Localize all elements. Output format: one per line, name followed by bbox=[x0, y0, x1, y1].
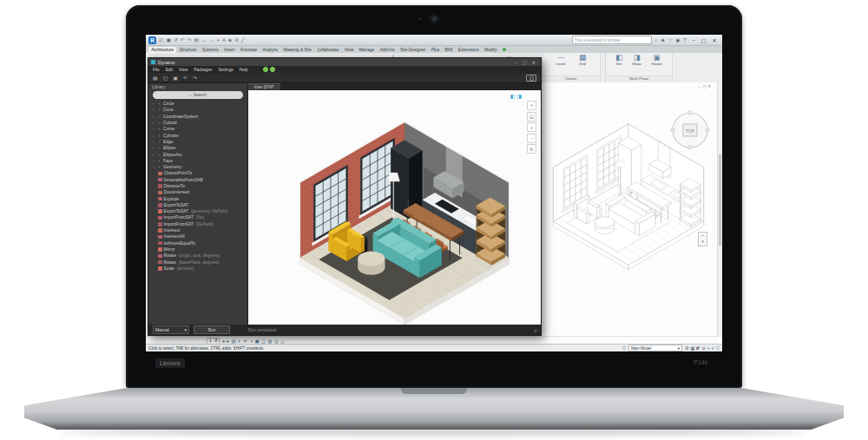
library-node-intersect[interactable]: Intersect bbox=[148, 227, 247, 233]
open-icon[interactable]: ◰ bbox=[163, 75, 168, 81]
library-category-cone[interactable]: ›+Cone bbox=[148, 107, 247, 113]
tab-extensions[interactable]: Extensions bbox=[455, 47, 481, 53]
library-search-input[interactable]: ⌕ Search bbox=[153, 91, 243, 99]
dynamo-green-dot[interactable] bbox=[263, 67, 269, 73]
show-button[interactable]: ◨Show bbox=[632, 54, 641, 66]
temporary-hide-icon[interactable]: ◍ bbox=[268, 338, 273, 344]
section-icon[interactable]: ⊘ bbox=[233, 37, 240, 43]
library-node-intersectall[interactable]: IntersectAll bbox=[148, 233, 247, 240]
library-node-scale[interactable]: Scale(amount) bbox=[148, 266, 247, 272]
set-button[interactable]: ◧Set bbox=[615, 54, 622, 66]
open-icon[interactable]: ◰ bbox=[158, 37, 164, 43]
dimension-icon[interactable]: ↔ bbox=[208, 37, 215, 43]
library-category-cylinder[interactable]: ›+Cylinder bbox=[148, 132, 247, 138]
undo-icon[interactable]: ↶ bbox=[183, 75, 187, 81]
new-icon[interactable]: ▤ bbox=[153, 75, 158, 81]
menu-file[interactable]: File bbox=[153, 68, 160, 72]
measure-icon[interactable]: ↔ bbox=[201, 37, 207, 43]
search-input[interactable]: Type a keyword or phrase bbox=[572, 36, 652, 44]
redo-icon[interactable]: ↷ bbox=[187, 37, 193, 43]
dynamo-canvas[interactable]: ◧◨ ⌖◱+−↻ bbox=[248, 90, 541, 325]
maximize-icon[interactable]: ▢ bbox=[698, 37, 709, 43]
background-icon[interactable]: ◐ bbox=[712, 345, 714, 351]
grid-button[interactable]: ▦Grid bbox=[579, 54, 586, 66]
shadows-icon[interactable]: ◑ bbox=[250, 338, 253, 344]
print-icon[interactable]: ▤ bbox=[194, 37, 200, 43]
library-node-rotate[interactable]: Rotate(origin, axis, degrees) bbox=[148, 253, 247, 259]
minimize-icon[interactable]: – bbox=[699, 84, 700, 89]
3d-view-icon[interactable]: ◈ bbox=[227, 37, 233, 43]
filter-icon[interactable]: ▽ bbox=[622, 345, 626, 351]
library-node-distanceto[interactable]: DistanceTo bbox=[148, 183, 247, 189]
library-category-edge[interactable]: ›+Edge bbox=[148, 139, 247, 145]
library-category-face[interactable]: ›+Face bbox=[148, 158, 247, 164]
undo-icon[interactable]: ↶ bbox=[180, 37, 186, 43]
library-node-mirror[interactable]: Mirror bbox=[148, 246, 247, 253]
graph-view-icon[interactable]: ◨ bbox=[516, 93, 522, 99]
tab-add-ins[interactable]: Add-Ins bbox=[378, 47, 398, 53]
geometry-view-icon[interactable]: ◧ bbox=[510, 93, 516, 99]
minimize-icon[interactable]: – bbox=[689, 37, 698, 43]
tag-icon[interactable]: ⌖ bbox=[216, 37, 220, 43]
sign-in-icon[interactable]: ◉ bbox=[674, 37, 681, 43]
revit-app-icon[interactable]: R bbox=[148, 36, 156, 44]
library-node-deserializefromsab[interactable]: DeserializeFromSAB bbox=[148, 177, 247, 183]
save-icon[interactable]: ▣ bbox=[165, 37, 171, 43]
menu-help[interactable]: Help bbox=[240, 68, 248, 72]
exchange-apps-icon[interactable]: ◈ bbox=[660, 37, 666, 43]
reveal-hidden-icon[interactable]: ◎ bbox=[274, 338, 279, 344]
library-node-closestpointto[interactable]: ClosestPointTo bbox=[148, 170, 247, 176]
tab-collaborate[interactable]: Collaborate bbox=[314, 47, 341, 53]
tab-structure[interactable]: Structure bbox=[176, 47, 199, 53]
maximize-icon[interactable]: ▢ bbox=[520, 60, 529, 65]
close-icon[interactable]: ✕ bbox=[707, 84, 711, 89]
thin-lines-icon[interactable]: ╱ bbox=[240, 37, 246, 43]
vertical-scrollbar[interactable] bbox=[717, 82, 722, 337]
zoom-out-icon[interactable]: − bbox=[527, 134, 536, 143]
tab-manage[interactable]: Manage bbox=[356, 47, 377, 53]
library-category-geometry[interactable]: ⌄+Geometry bbox=[148, 164, 247, 170]
navigation-bar[interactable]: ⌖▾ bbox=[698, 232, 707, 246]
detail-level-icon[interactable]: ▤ bbox=[231, 338, 235, 344]
viewcube[interactable]: TOP bbox=[667, 107, 713, 154]
resize-grip[interactable]: ◢ bbox=[533, 327, 536, 332]
level-button[interactable]: ―Level bbox=[556, 54, 565, 66]
menu-view[interactable]: View bbox=[179, 68, 187, 72]
minimize-icon[interactable]: – bbox=[512, 60, 520, 65]
tab-modify[interactable]: Modify bbox=[482, 47, 500, 53]
menu-settings[interactable]: Settings bbox=[218, 68, 233, 72]
favorites-icon[interactable]: ☆ bbox=[667, 37, 674, 43]
close-icon[interactable]: ✕ bbox=[529, 60, 538, 65]
exclude-icon[interactable]: ⊘ bbox=[701, 345, 705, 351]
library-category-ellipse[interactable]: ›+Ellipse bbox=[148, 145, 247, 151]
analytical-icon[interactable]: △ bbox=[280, 338, 284, 344]
tab-insert[interactable]: Insert bbox=[221, 47, 238, 53]
zoom-in-icon[interactable]: + bbox=[527, 122, 536, 132]
tab-architecture[interactable]: Architecture bbox=[148, 47, 176, 53]
crop-icon[interactable]: ▣ bbox=[255, 338, 260, 344]
maximize-icon[interactable]: ▢ bbox=[702, 84, 706, 89]
camera-export-icon[interactable] bbox=[526, 75, 536, 82]
viewcube-top-face[interactable]: TOP bbox=[686, 128, 695, 134]
run-button[interactable]: Run bbox=[194, 325, 230, 334]
visual-style-icon[interactable]: ◐ bbox=[238, 338, 240, 344]
tab-analyze[interactable]: Analyze bbox=[260, 47, 280, 53]
menu-edit[interactable]: Edit bbox=[166, 68, 173, 72]
filter-icon[interactable]: ▽ bbox=[716, 345, 720, 351]
pan-icon[interactable]: ⌖ bbox=[527, 101, 536, 110]
library-node-importfromsat[interactable]: ImportFromSAT(file) bbox=[148, 214, 247, 220]
library-node-doesintersect[interactable]: DoesIntersect bbox=[148, 189, 247, 195]
dynamo-titlebar[interactable]: Dynamo –▢✕ bbox=[148, 58, 541, 66]
tab-massing-site[interactable]: Massing & Site bbox=[280, 47, 314, 53]
tab-site-designer[interactable]: Site Designer bbox=[398, 47, 429, 53]
library-node-explode[interactable]: Explode bbox=[148, 195, 247, 201]
library-node-exporttosat[interactable]: ExportToSAT(geometry, filePath) bbox=[148, 208, 247, 214]
design-options-icon[interactable]: ▦ bbox=[691, 345, 695, 351]
next-icon[interactable]: ▸ bbox=[227, 338, 229, 344]
library-node-exporttosat[interactable]: ExportToSAT bbox=[148, 202, 247, 208]
fit-icon[interactable]: ◱ bbox=[527, 112, 536, 121]
tab-plus[interactable]: Plus bbox=[429, 47, 443, 53]
library-node-importfromsat[interactable]: ImportFromSAT(filePath) bbox=[148, 221, 247, 227]
dynamo-green-dot[interactable] bbox=[270, 67, 276, 73]
press-drag-icon[interactable]: + bbox=[707, 345, 710, 351]
